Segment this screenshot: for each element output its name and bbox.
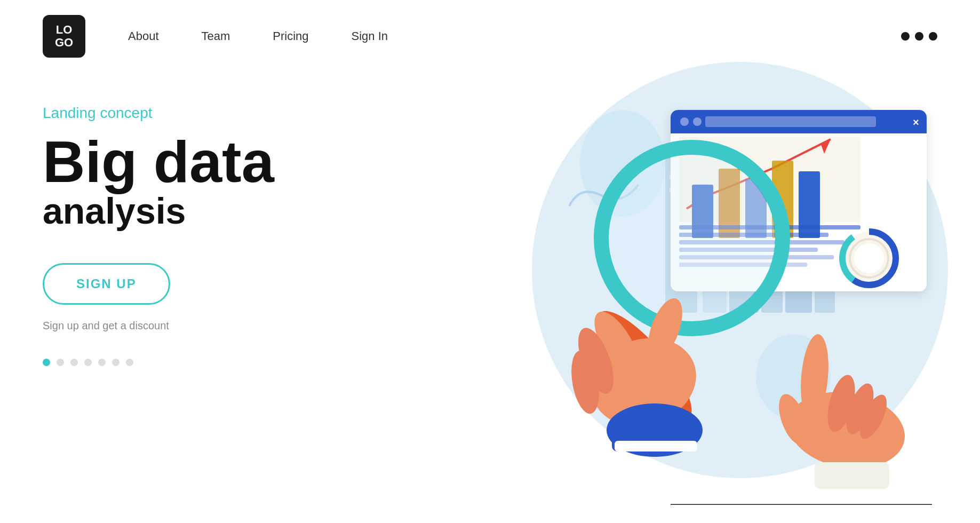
hero-title-line1: Big data <box>43 132 320 191</box>
svg-rect-48 <box>615 441 697 451</box>
logo-text: LO GO <box>55 23 73 49</box>
svg-text:×: × <box>913 116 919 128</box>
svg-rect-18 <box>705 116 876 127</box>
header: LO GO About Team Pricing Sign In <box>0 0 980 73</box>
nav-team[interactable]: Team <box>202 29 230 43</box>
svg-point-17 <box>693 117 702 126</box>
svg-point-36 <box>854 243 884 273</box>
signup-button[interactable]: SIGN UP <box>43 263 170 305</box>
page-dot-4[interactable] <box>84 359 92 366</box>
hero-subtitle: Landing concept <box>43 105 320 122</box>
pagination <box>43 359 320 366</box>
page-dot-1[interactable] <box>43 359 50 366</box>
more-menu[interactable] <box>901 32 937 41</box>
dot-1 <box>901 32 910 41</box>
nav-about[interactable]: About <box>128 29 159 43</box>
page-dot-3[interactable] <box>70 359 78 366</box>
nav-pricing[interactable]: Pricing <box>273 29 308 43</box>
hero-illustration: × <box>320 83 937 366</box>
svg-rect-55 <box>815 462 889 489</box>
illustration-svg: × <box>409 57 969 505</box>
hero-left: Landing concept Big data analysis SIGN U… <box>43 94 320 366</box>
main-content: Landing concept Big data analysis SIGN U… <box>0 73 980 366</box>
dot-2 <box>915 32 923 41</box>
page-dot-6[interactable] <box>112 359 119 366</box>
svg-point-16 <box>680 117 689 126</box>
page-dot-2[interactable] <box>57 359 64 366</box>
page-dot-7[interactable] <box>126 359 133 366</box>
cta-note: Sign up and get a discount <box>43 320 320 332</box>
navigation: About Team Pricing Sign In <box>128 29 901 43</box>
svg-point-40 <box>609 155 775 321</box>
logo[interactable]: LO GO <box>43 15 85 58</box>
nav-signin[interactable]: Sign In <box>352 29 388 43</box>
page-dot-5[interactable] <box>98 359 106 366</box>
dot-3 <box>929 32 937 41</box>
hero-title-line2: analysis <box>43 191 320 231</box>
